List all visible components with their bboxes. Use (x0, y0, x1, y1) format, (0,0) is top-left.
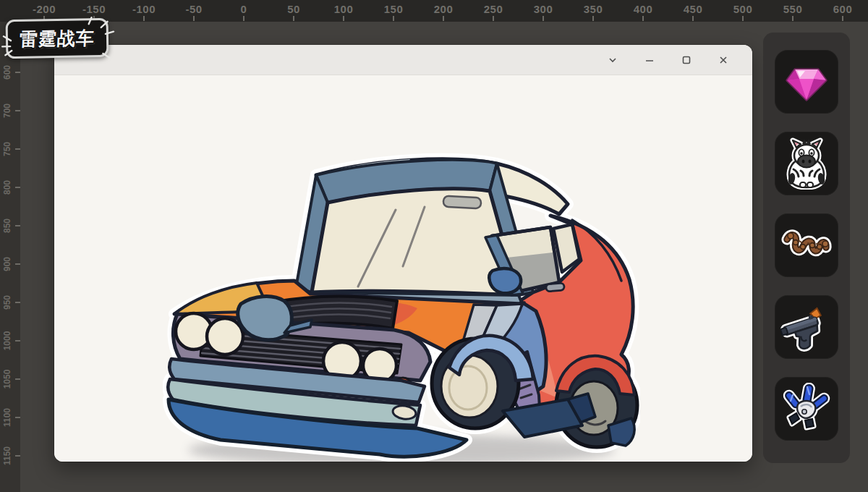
maximize-icon (681, 55, 692, 65)
left-ruler-tick (15, 340, 20, 342)
left-ruler-label: 750 (2, 142, 12, 156)
logo-badge: 雷霆战车 (6, 18, 109, 59)
blue-drone-icon (780, 383, 833, 435)
top-ruler-label: 600 (833, 3, 853, 15)
app-window (54, 45, 752, 462)
screen-root: { "app": { "logo_text": "雷霆战车", "window_… (0, 0, 868, 492)
top-ruler-label: 550 (783, 3, 803, 15)
top-ruler-label: 200 (434, 3, 454, 15)
top-ruler-tick (642, 16, 644, 21)
chevron-down-button[interactable] (597, 48, 629, 72)
inventory-item-zebra[interactable] (775, 132, 838, 195)
top-ruler-tick (792, 16, 793, 21)
inventory-item-pistol[interactable] (775, 295, 838, 359)
left-ruler-tick (15, 72, 20, 73)
gem-icon (780, 56, 833, 108)
top-ruler-label: 50 (287, 3, 300, 15)
top-ruler-tick (493, 16, 494, 21)
top-ruler-tick (443, 16, 444, 21)
left-ruler-label: 700 (2, 103, 12, 118)
left-ruler-tick (15, 225, 20, 226)
top-ruler-label: 300 (534, 3, 553, 15)
left-ruler-label: 850 (2, 219, 12, 233)
left-ruler-label: 800 (2, 180, 12, 195)
left-ruler-tick (15, 378, 20, 380)
top-ruler-label: -50 (185, 3, 202, 15)
top-ruler-label: 450 (684, 3, 703, 15)
right-mirror (489, 268, 521, 293)
inventory-item-gem[interactable] (775, 50, 838, 114)
left-ruler-tick (15, 455, 20, 457)
rusty-crank-icon (780, 219, 833, 271)
top-ruler-label: -100 (132, 3, 156, 15)
left-ruler-label: 1100 (2, 408, 12, 427)
left-ruler-label: 950 (2, 295, 12, 310)
top-ruler: -200-150-100-500501001502002503003504004… (0, 0, 868, 22)
top-ruler-label: 150 (384, 3, 404, 15)
left-ruler-tick (15, 187, 20, 188)
top-ruler-label: 500 (733, 3, 753, 15)
top-ruler-label: -150 (82, 3, 106, 15)
top-ruler-tick (393, 16, 394, 21)
top-ruler-tick (293, 16, 294, 21)
top-ruler-tick (692, 16, 694, 21)
top-ruler-tick (193, 16, 195, 21)
maximize-button[interactable] (671, 48, 702, 72)
top-ruler-label: 350 (584, 3, 603, 15)
headlight (207, 318, 243, 355)
rearview-mirror (443, 196, 482, 209)
left-ruler-label: 1000 (2, 331, 12, 351)
left-ruler-label: 1050 (2, 370, 12, 389)
zebra-icon (780, 137, 833, 190)
inventory-item-crank[interactable] (775, 213, 838, 277)
top-ruler-tick (243, 16, 244, 21)
door-handle (546, 283, 565, 292)
canvas-area (54, 76, 752, 462)
top-ruler-tick (592, 16, 594, 21)
car-illustration (163, 150, 640, 462)
sidebar (763, 33, 850, 463)
top-ruler-tick (842, 16, 843, 21)
left-ruler-label: 600 (2, 65, 12, 80)
minimize-icon (644, 55, 655, 65)
top-ruler-label: 250 (484, 3, 503, 15)
left-ruler: 6007007508008509009501000105011001150 (0, 22, 20, 492)
left-ruler-label: 900 (2, 257, 12, 271)
inventory-item-drone[interactable] (775, 377, 838, 441)
pistol-icon (780, 301, 833, 353)
left-ruler-tick (15, 302, 20, 303)
top-ruler-tick (542, 16, 544, 21)
top-ruler-tick (742, 16, 744, 21)
top-ruler-label: 400 (634, 3, 653, 15)
chevron-down-icon (608, 55, 618, 65)
left-ruler-label: 1150 (2, 446, 12, 465)
left-ruler-tick (15, 263, 20, 265)
left-ruler-tick (15, 417, 20, 418)
left-ruler-tick (15, 110, 20, 111)
close-button[interactable] (707, 48, 739, 72)
top-ruler-label: -200 (33, 3, 56, 15)
left-ruler-tick (15, 148, 20, 150)
logo-text: 雷霆战车 (19, 26, 95, 51)
top-ruler-tick (343, 16, 344, 21)
close-icon (718, 55, 728, 65)
top-ruler-label: 0 (241, 3, 247, 15)
minimize-button[interactable] (634, 48, 665, 72)
top-ruler-label: 100 (334, 3, 354, 15)
top-ruler-tick (143, 16, 145, 21)
titlebar (54, 45, 752, 75)
